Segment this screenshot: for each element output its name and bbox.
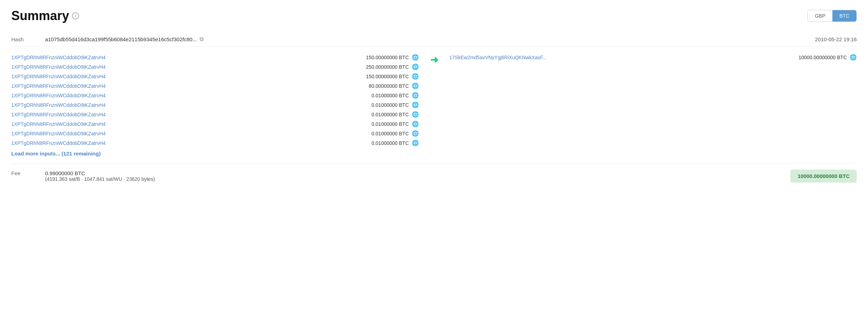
input-amount: 0.01000000 BTC (372, 93, 409, 98)
fee-value-block: 0.99000000 BTC (4191.363 sat/B · 1047.84… (45, 170, 155, 182)
input-amount-area: 0.01000000 BTC 🌐 (372, 92, 419, 99)
input-row: 1XPTgDRhN8RFnzniWCddobD9iKZatrvH4 150.00… (11, 53, 419, 62)
input-amount-area: 250.00000000 BTC 🌐 (366, 63, 418, 70)
fee-detail: (4191.363 sat/B · 1047.841 sat/WU · 2362… (45, 176, 155, 182)
fee-btc: 0.99000000 BTC (45, 170, 155, 176)
input-amount-area: 150.00000000 BTC 🌐 (366, 54, 418, 61)
input-row: 1XPTgDRhN8RFnzniWCddobD9iKZatrvH4 150.00… (11, 72, 419, 81)
currency-gbp-button[interactable]: GBP (808, 10, 832, 22)
page-title: Summary (11, 8, 69, 23)
input-address-link[interactable]: 1XPTgDRhN8RFnzniWCddobD9iKZatrvH4 (11, 93, 106, 98)
input-row: 1XPTgDRhN8RFnzniWCddobD9iKZatrvH4 0.0100… (11, 110, 419, 119)
input-amount: 0.01000000 BTC (372, 131, 409, 136)
page-header: Summary i GBP BTC (11, 8, 857, 23)
load-more-inputs-button[interactable]: Load more inputs... (121 remaining) (11, 148, 100, 158)
globe-icon[interactable]: 🌐 (412, 121, 419, 127)
input-address-link[interactable]: 1XPTgDRhN8RFnzniWCddobD9iKZatrvH4 (11, 140, 106, 146)
globe-icon[interactable]: 🌐 (412, 73, 419, 80)
globe-icon[interactable]: 🌐 (412, 111, 419, 118)
input-amount: 0.01000000 BTC (372, 112, 409, 117)
currency-toggle: GBP BTC (807, 10, 857, 22)
input-amount: 150.00000000 BTC (366, 55, 409, 60)
globe-icon[interactable]: 🌐 (412, 63, 419, 70)
input-row: 1XPTgDRhN8RFnzniWCddobD9iKZatrvH4 250.00… (11, 62, 419, 72)
input-amount: 0.01000000 BTC (372, 140, 409, 146)
input-row: 1XPTgDRhN8RFnzniWCddobD9iKZatrvH4 0.0100… (11, 138, 419, 148)
fee-row: Fee 0.99000000 BTC (4191.363 sat/B · 104… (11, 164, 857, 188)
input-address-link[interactable]: 1XPTgDRhN8RFnzniWCddobD9iKZatrvH4 (11, 131, 106, 136)
input-amount: 150.00000000 BTC (366, 74, 409, 79)
hash-date: 2010-05-22 19:16 (815, 36, 857, 42)
input-amount-area: 0.01000000 BTC 🌐 (372, 102, 419, 108)
input-amount: 0.01000000 BTC (372, 121, 409, 127)
output-total-badge: 10000.00000000 BTC (790, 170, 857, 183)
input-amount-area: 0.01000000 BTC 🌐 (372, 121, 419, 127)
input-amount-area: 0.01000000 BTC 🌐 (372, 111, 419, 118)
globe-icon[interactable]: 🌐 (412, 92, 419, 99)
input-address-link[interactable]: 1XPTgDRhN8RFnzniWCddobD9iKZatrvH4 (11, 64, 106, 70)
input-row: 1XPTgDRhN8RFnzniWCddobD9iKZatrvH4 0.0100… (11, 129, 419, 138)
fee-label: Fee (11, 170, 39, 176)
input-amount: 250.00000000 BTC (366, 64, 409, 70)
input-address-link[interactable]: 1XPTgDRhN8RFnzniWCddobD9iKZatrvH4 (11, 55, 106, 60)
inputs-section: 1XPTgDRhN8RFnzniWCddobD9iKZatrvH4 150.00… (11, 53, 419, 158)
output-row: 17SkEw2md5avVNyYgj6RiXuQKNwkXaxF... 1000… (450, 53, 857, 62)
input-amount-area: 0.01000000 BTC 🌐 (372, 130, 419, 137)
input-row: 1XPTgDRhN8RFnzniWCddobD9iKZatrvH4 80.000… (11, 81, 419, 91)
hash-row: Hash a1075db55d416d3ca199f55b6084e2115b9… (11, 32, 857, 47)
output-amount-area: 10000.00000000 BTC 🌐 (799, 54, 857, 61)
transaction-arrow: ➜ (430, 54, 438, 66)
currency-btc-button[interactable]: BTC (832, 10, 856, 22)
input-row: 1XPTgDRhN8RFnzniWCddobD9iKZatrvH4 0.0100… (11, 91, 419, 100)
input-amount-area: 0.01000000 BTC 🌐 (372, 140, 419, 146)
input-amount-area: 80.00000000 BTC 🌐 (369, 82, 419, 89)
arrow-section: ➜ (419, 53, 450, 66)
globe-icon[interactable]: 🌐 (412, 82, 419, 89)
hash-value: a1075db55d416d3ca199f55b6084e2115b9345e1… (45, 36, 203, 42)
input-amount: 80.00000000 BTC (369, 83, 409, 89)
input-address-link[interactable]: 1XPTgDRhN8RFnzniWCddobD9iKZatrvH4 (11, 83, 106, 89)
output-amount: 10000.00000000 BTC (799, 55, 847, 60)
globe-icon[interactable]: 🌐 (412, 130, 419, 137)
title-area: Summary i (11, 8, 79, 23)
input-address-link[interactable]: 1XPTgDRhN8RFnzniWCddobD9iKZatrvH4 (11, 112, 106, 117)
hash-label: Hash (11, 36, 39, 42)
globe-icon[interactable]: 🌐 (412, 54, 419, 61)
input-amount-area: 150.00000000 BTC 🌐 (366, 73, 418, 80)
globe-icon[interactable]: 🌐 (850, 54, 857, 61)
input-amount: 0.01000000 BTC (372, 102, 409, 108)
globe-icon[interactable]: 🌐 (412, 140, 419, 146)
input-address-link[interactable]: 1XPTgDRhN8RFnzniWCddobD9iKZatrvH4 (11, 121, 106, 127)
input-row: 1XPTgDRhN8RFnzniWCddobD9iKZatrvH4 0.0100… (11, 100, 419, 110)
copy-icon[interactable]: ⧉ (200, 36, 203, 42)
input-row: 1XPTgDRhN8RFnzniWCddobD9iKZatrvH4 0.0100… (11, 119, 419, 129)
output-address-link[interactable]: 17SkEw2md5avVNyYgj6RiXuQKNwkXaxF... (450, 55, 547, 60)
input-address-link[interactable]: 1XPTgDRhN8RFnzniWCddobD9iKZatrvH4 (11, 102, 106, 108)
info-icon[interactable]: i (72, 12, 79, 19)
input-address-link[interactable]: 1XPTgDRhN8RFnzniWCddobD9iKZatrvH4 (11, 74, 106, 79)
transaction-body: 1XPTgDRhN8RFnzniWCddobD9iKZatrvH4 150.00… (11, 47, 857, 164)
outputs-section: 17SkEw2md5avVNyYgj6RiXuQKNwkXaxF... 1000… (450, 53, 857, 62)
globe-icon[interactable]: 🌐 (412, 102, 419, 108)
